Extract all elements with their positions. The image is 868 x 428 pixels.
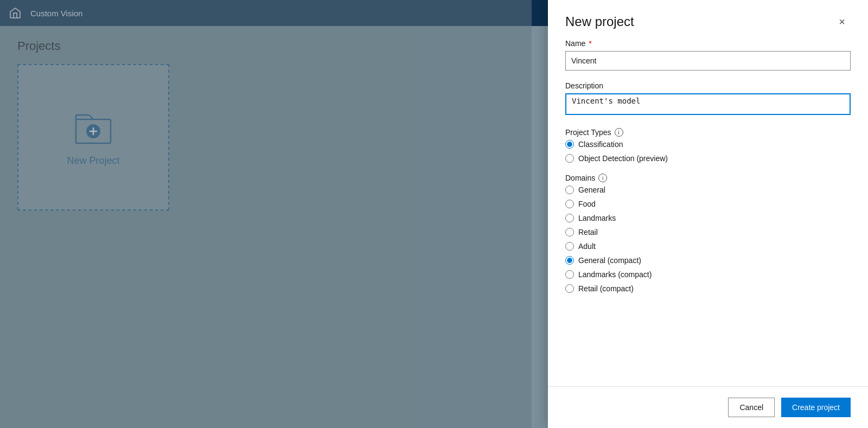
required-star: * xyxy=(589,39,591,48)
radio-classification-label: Classification xyxy=(578,140,623,149)
radio-object-detection-label: Object Detection (preview) xyxy=(578,154,668,163)
radio-food-label: Food xyxy=(578,200,596,208)
radio-retail-compact-label: Retail (compact) xyxy=(578,284,634,293)
name-field-group: Name* xyxy=(565,39,851,71)
cancel-button[interactable]: Cancel xyxy=(728,398,775,417)
radio-object-detection[interactable]: Object Detection (preview) xyxy=(565,154,851,163)
radio-general-compact-label: General (compact) xyxy=(578,256,641,265)
radio-landmarks-compact-label: Landmarks (compact) xyxy=(578,270,652,279)
name-label: Name* xyxy=(565,39,851,48)
panel-body: Name* Description Vincent's model Projec… xyxy=(548,39,868,386)
radio-landmarks-compact[interactable]: Landmarks (compact) xyxy=(565,270,851,279)
radio-retail[interactable]: Retail xyxy=(565,228,851,237)
new-project-panel: New project × Name* Description Vincent'… xyxy=(548,0,868,428)
radio-landmarks-input[interactable] xyxy=(565,214,574,222)
radio-adult-input[interactable] xyxy=(565,242,574,251)
panel-footer: Cancel Create project xyxy=(548,386,868,428)
radio-general-label: General xyxy=(578,186,605,194)
radio-classification-input[interactable] xyxy=(565,140,574,149)
close-button[interactable]: × xyxy=(833,13,851,30)
radio-retail-compact-input[interactable] xyxy=(565,284,574,293)
domains-radio-group: General Food Landmarks Retail Adult xyxy=(565,186,851,293)
panel-header: New project × xyxy=(548,0,868,39)
domains-info-icon[interactable]: i xyxy=(598,174,607,182)
radio-general-input[interactable] xyxy=(565,186,574,194)
radio-landmarks-compact-input[interactable] xyxy=(565,270,574,279)
domains-label: Domains i xyxy=(565,174,851,182)
project-types-label: Project Types i xyxy=(565,128,851,137)
radio-general-compact-input[interactable] xyxy=(565,256,574,265)
description-label: Description xyxy=(565,81,851,90)
radio-general-compact[interactable]: General (compact) xyxy=(565,256,851,265)
radio-object-detection-input[interactable] xyxy=(565,154,574,163)
radio-retail-input[interactable] xyxy=(565,228,574,237)
radio-food[interactable]: Food xyxy=(565,200,851,208)
radio-landmarks-label: Landmarks xyxy=(578,214,616,222)
radio-general[interactable]: General xyxy=(565,186,851,194)
panel-title: New project xyxy=(565,14,634,29)
description-input[interactable]: Vincent's model xyxy=(565,93,851,115)
radio-landmarks[interactable]: Landmarks xyxy=(565,214,851,222)
radio-retail-compact[interactable]: Retail (compact) xyxy=(565,284,851,293)
project-types-info-icon[interactable]: i xyxy=(615,128,623,137)
radio-classification[interactable]: Classification xyxy=(565,140,851,149)
project-types-group: Project Types i Classification Object De… xyxy=(565,128,851,163)
name-input[interactable] xyxy=(565,51,851,71)
radio-adult-label: Adult xyxy=(578,242,596,251)
create-project-button[interactable]: Create project xyxy=(781,398,851,417)
project-types-radio-group: Classification Object Detection (preview… xyxy=(565,140,851,163)
radio-retail-label: Retail xyxy=(578,228,598,237)
modal-overlay xyxy=(0,0,532,428)
description-field-group: Description Vincent's model xyxy=(565,81,851,117)
domains-group: Domains i General Food Landmarks xyxy=(565,174,851,293)
radio-adult[interactable]: Adult xyxy=(565,242,851,251)
radio-food-input[interactable] xyxy=(565,200,574,208)
